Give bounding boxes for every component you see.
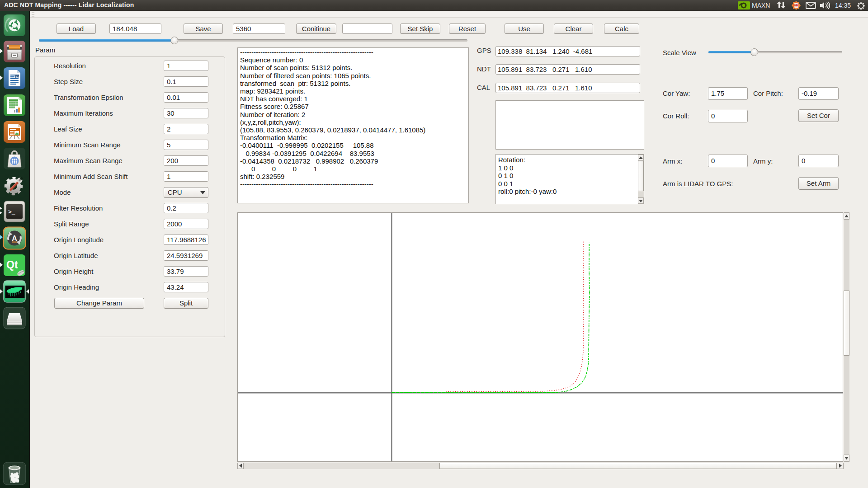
svg-text:Qt: Qt	[6, 259, 18, 271]
svg-text:>_: >_	[8, 209, 15, 216]
svg-text:A: A	[12, 235, 17, 242]
svg-text:拼: 拼	[794, 3, 798, 8]
